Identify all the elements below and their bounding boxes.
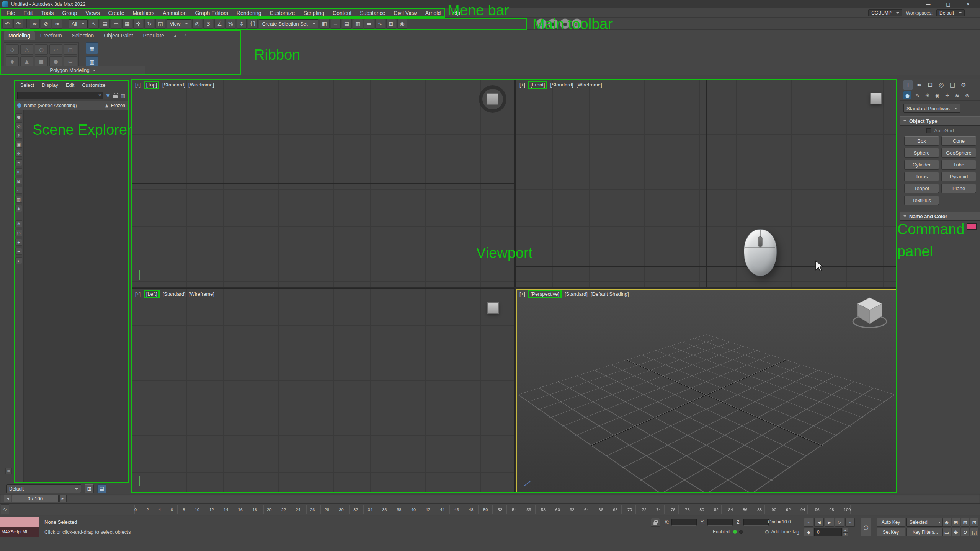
selection-filter-dropdown[interactable]: All (69, 19, 88, 28)
ribbon-tool-edge-icon[interactable]: △ (20, 44, 33, 55)
select-object-icon[interactable]: ↖ (89, 19, 99, 29)
se-display-frozen-icon[interactable]: ❄ (15, 220, 22, 227)
menu-item[interactable]: Scripting (299, 8, 328, 18)
next-frame-button[interactable]: ▷ (835, 518, 844, 527)
frozen-column-header[interactable]: Frozen (111, 103, 125, 108)
ribbon-tool-polygon-icon[interactable]: ▱ (49, 44, 62, 55)
viewport-shading-menu[interactable]: [Wireframe] (189, 291, 214, 297)
pan-view-icon[interactable]: ✥ (952, 528, 960, 536)
ribbon-minimize-icon[interactable]: ▴ (172, 32, 179, 39)
tube-button[interactable]: Tube (941, 160, 976, 170)
modify-tab-icon[interactable]: ≈ (915, 80, 924, 90)
go-to-start-button[interactable]: « (804, 518, 813, 527)
viewport-renderer-menu[interactable]: [Standard] (550, 82, 573, 88)
ribbon-tab[interactable]: Populate (138, 31, 168, 40)
torus-button[interactable]: Torus (904, 172, 939, 181)
viewport-top[interactable]: [+] [Top] [Standard] [Wireframe] (131, 79, 514, 287)
curve-editor-icon[interactable]: ∿ (375, 19, 385, 29)
docked-panel-handle-icon[interactable]: ≡ (5, 468, 12, 474)
key-filter-selection-dropdown[interactable]: Selected (906, 518, 944, 527)
time-tag[interactable]: ◷ Add Time Tag (765, 529, 799, 535)
scene-explorer-menu-item[interactable]: Edit (63, 82, 77, 88)
menu-item[interactable]: Tools (37, 8, 58, 18)
ribbon-tool-ring-icon[interactable]: ■ (35, 56, 48, 67)
se-display-lights-icon[interactable]: ☀ (15, 132, 22, 139)
previous-frame-arrow-icon[interactable]: ◄ (4, 495, 11, 502)
zoom-extents-icon[interactable]: ⊠ (961, 518, 969, 527)
snaps-toggle-icon[interactable]: 3 (203, 19, 213, 29)
cylinder-button[interactable]: Cylinder (904, 160, 939, 170)
previous-frame-button[interactable]: ◀ (814, 518, 824, 527)
orbit-icon[interactable]: ↻ (961, 528, 969, 536)
menu-item[interactable]: Views (81, 8, 104, 18)
viewcube-face[interactable] (487, 93, 498, 105)
se-display-materials-icon[interactable]: ◈ (15, 205, 22, 212)
se-display-geometry-icon[interactable]: ● (15, 113, 22, 120)
render-setup-icon[interactable]: ⚙ (536, 18, 547, 29)
mirror-icon[interactable]: ◧ (320, 19, 330, 29)
viewport-renderer-menu[interactable]: [Standard] (163, 291, 186, 297)
menu-item[interactable]: Civil View (389, 8, 421, 18)
viewport-pov-menu[interactable]: [Perspective] (528, 290, 562, 298)
frame-spinner[interactable]: ▴ ▾ (843, 528, 848, 536)
display-tab-icon[interactable]: □ (948, 80, 957, 90)
ribbon-tab[interactable]: Modeling (4, 31, 35, 40)
viewport-general-menu[interactable]: [+] (135, 82, 141, 88)
use-pivot-point-center-icon[interactable]: ◎ (192, 19, 202, 29)
clear-search-icon[interactable]: ✕ (98, 93, 101, 98)
name-and-color-rollout[interactable]: Name and Color (900, 212, 980, 221)
ribbon-tool-border-icon[interactable]: ○ (35, 44, 48, 55)
spinner-down-icon[interactable]: ▾ (843, 532, 848, 536)
percent-snap-toggle-icon[interactable]: % (225, 19, 235, 29)
play-animation-button[interactable]: ▶ (825, 518, 834, 527)
named-selection-set-dropdown[interactable]: Create Selection Set (259, 19, 318, 28)
minimize-button[interactable]: — (923, 1, 933, 8)
ribbon-options-icon[interactable]: ◦ (182, 32, 189, 39)
viewport-pov-menu[interactable]: [Left] (144, 290, 160, 298)
next-frame-arrow-icon[interactable]: ► (59, 495, 67, 502)
viewport-perspective[interactable]: [+] [Perspective] [Standard] [Default Sh… (516, 289, 897, 493)
se-display-xrefs-icon[interactable]: ⊠ (15, 178, 22, 184)
viewcube-compass[interactable] (479, 85, 506, 113)
lights-category-icon[interactable]: ☀ (923, 91, 931, 99)
cgbump-dropdown[interactable]: CGBUMP (868, 9, 902, 16)
set-key-button[interactable]: Set Key (877, 528, 905, 536)
zoom-all-icon[interactable]: ⊞ (952, 518, 960, 527)
mini-listener-field[interactable]: MAXScript Mi (0, 527, 39, 537)
scene-explorer-menu-item[interactable]: Select (17, 82, 37, 88)
toggle-layer-explorer-icon[interactable]: ▥ (353, 19, 363, 29)
explorer-grid-button[interactable]: ⊞ (85, 484, 94, 493)
teapot-button[interactable]: Teapot (904, 184, 939, 193)
menu-item[interactable]: Arnold (421, 8, 445, 18)
viewport-pov-menu[interactable]: [Front] (528, 81, 547, 89)
ribbon-tool-shrink-icon[interactable]: ▭ (64, 56, 77, 67)
ribbon-tool-vertex-solid-icon[interactable]: ◆ (6, 56, 19, 67)
render-production-icon[interactable]: ● (560, 18, 570, 29)
menu-item[interactable]: Help (445, 8, 464, 18)
menu-item[interactable]: Rendering (232, 8, 266, 18)
select-and-move-icon[interactable]: ✛ (133, 19, 143, 29)
explorer-preset-dropdown[interactable]: Default (6, 484, 81, 493)
ribbon-tab[interactable]: Selection (67, 31, 99, 40)
mini-curve-editor-icon[interactable]: ∿ (1, 504, 9, 514)
ribbon-tab[interactable]: Freeform (36, 31, 67, 40)
menu-item[interactable]: File (2, 8, 20, 18)
zoom-region-icon[interactable]: ▭ (942, 528, 951, 536)
select-and-rotate-icon[interactable]: ↻ (144, 19, 154, 29)
viewport-general-menu[interactable]: [+] (519, 82, 525, 88)
cameras-category-icon[interactable]: ◉ (933, 91, 941, 99)
object-color-swatch[interactable] (967, 223, 977, 230)
menu-item[interactable]: Animation (158, 8, 191, 18)
enabled-off-dot[interactable] (739, 530, 743, 534)
maxscript-mini-listener[interactable]: MAXScript Mi (0, 517, 39, 537)
menu-item[interactable]: Customize (265, 8, 299, 18)
viewport-shading-menu[interactable]: [Default Shading] (591, 291, 629, 297)
select-and-scale-icon[interactable]: ◱ (155, 19, 165, 29)
primitives-dropdown[interactable]: Standard Primitives (903, 104, 960, 113)
y-coordinate-field[interactable] (707, 519, 733, 526)
search-input[interactable]: ✕ (17, 92, 103, 99)
object-type-rollout[interactable]: Object Type (900, 116, 980, 126)
time-slider[interactable]: ◄ 0 / 100 ► (0, 494, 980, 504)
sphere-button[interactable]: Sphere (904, 148, 939, 158)
viewport-renderer-menu[interactable]: [Standard] (565, 291, 588, 297)
